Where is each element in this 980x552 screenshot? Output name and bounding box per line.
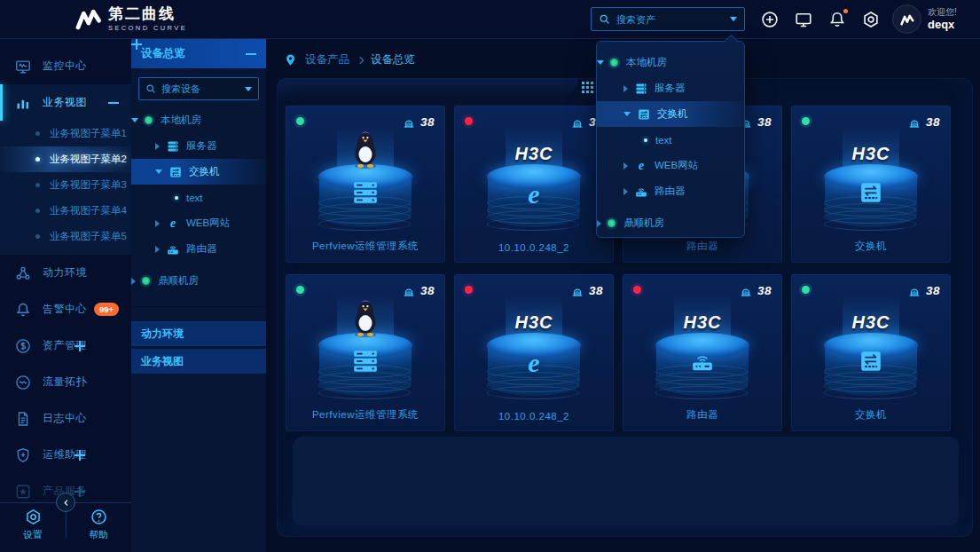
tree-item[interactable]: text [131,185,266,210]
tree-item[interactable]: 交换机 [597,101,744,127]
screen-button[interactable] [795,11,812,28]
topbar-actions [761,11,880,28]
sidebar-subitem[interactable]: 业务视图子菜单5 [0,224,131,249]
device-card[interactable]: 38 H3C e 10.10.0.248_2 [454,106,614,263]
device-illustration [286,296,445,402]
chevron-down-icon[interactable] [245,87,252,91]
tree-item[interactable]: 路由器 [597,178,744,204]
tree-marker-icon [608,219,615,227]
h3c-logo: H3C [623,312,782,333]
bell-icon [828,11,846,28]
tree-item-label: 本地机房 [161,114,201,127]
sidebar-item[interactable]: 运维助理 [0,437,131,473]
caret-icon[interactable] [131,118,138,122]
sidebar-item[interactable]: 告警中心 99+ [0,291,131,327]
plus-icon[interactable] [246,356,256,367]
settings-button[interactable] [862,11,880,28]
caret-icon[interactable] [623,112,631,116]
user-greeting: 欢迎您! deqx [928,6,957,33]
alert-count-badge: 99+ [94,303,119,315]
sidebar-item[interactable]: 动力环境 [0,255,131,291]
caret-icon[interactable] [155,170,162,174]
sidebar-subitem[interactable]: 业务视图子菜单4 [0,198,131,224]
device-illustration: H3C e [454,127,614,233]
server-stack-icon [286,350,445,373]
caret-icon[interactable] [623,85,628,92]
sidebar-subitem[interactable]: 业务视图子菜单2 [0,146,131,172]
tree-item[interactable]: 路由器 [131,236,266,262]
device-card[interactable]: 38 H3C 交换机 [791,106,951,263]
sidebar-subitem-label: 业务视图子菜单1 [50,127,127,140]
tree-marker-icon [644,138,647,142]
device-card[interactable]: 38 H3C 交换机 [791,274,951,431]
device-panel-header[interactable]: 设备总览 [131,39,266,68]
tree-item[interactable]: text [597,127,744,153]
tree-item[interactable]: e WEB网站 [597,153,744,178]
caret-icon[interactable] [597,60,604,65]
bar-chart-icon [15,95,31,111]
tree-item[interactable]: 本地机房 [131,107,266,133]
tree-item[interactable]: 鼎顺机房 [131,268,266,294]
grid-handle-icon[interactable] [582,82,593,93]
sidebar-item[interactable]: 资产管理 [0,327,131,364]
tree-item[interactable]: 交换机 [131,159,266,185]
web-icon: e [166,217,180,231]
device-label: 10.10.0.248_2 [454,242,614,253]
sidebar-item[interactable]: 流量拓扑 [0,364,131,400]
sidebar-footer-button[interactable]: 帮助 [66,501,131,548]
tree-item[interactable]: 服务器 [131,133,266,159]
tree-item[interactable]: 鼎顺机房 [597,210,744,236]
sidebar-footer-button[interactable]: 设置 [0,501,66,548]
brand-title: 第二曲线 [108,6,187,21]
notifications-button[interactable] [828,11,846,28]
plus-icon[interactable] [246,328,256,339]
caret-icon[interactable] [155,246,160,253]
gear-hex-icon [25,509,42,525]
asset-search-input[interactable] [616,14,724,25]
tree-item[interactable]: e WEB网站 [131,210,266,236]
collapse-panel-icon[interactable] [246,53,256,55]
expand-toggle-icon[interactable] [74,486,85,497]
breadcrumb: 设备产品 设备总览 [284,52,415,67]
expand-toggle-icon[interactable] [74,341,85,351]
accordion-header[interactable]: 业务视图 [131,349,266,374]
sidebar-item[interactable]: 监控中心 [0,48,131,84]
add-button[interactable] [761,11,779,28]
user-avatar[interactable] [892,4,921,34]
expand-toggle-icon[interactable] [108,102,119,104]
caret-icon[interactable] [131,278,136,285]
sidebar-subitem-label: 业务视图子菜单5 [50,230,127,243]
tree-item[interactable]: 服务器 [597,75,744,101]
caret-icon[interactable] [623,188,628,195]
sidebar-item-label: 动力环境 [43,265,87,280]
accordion-header[interactable]: 动力环境 [131,321,266,346]
caret-icon[interactable] [155,143,160,150]
tree-item[interactable]: 本地机房 [597,50,744,75]
sidebar-item-label: 流量拓扑 [43,375,87,390]
sidebar-item[interactable]: 业务视图 [0,84,131,121]
caret-icon[interactable] [155,220,160,227]
collapse-sidebar-button[interactable] [56,493,75,512]
asset-search-dropdown: 本地机房 服务器 交换机 text e WEB网站 路由器 鼎顺机房 [596,41,745,238]
device-search-box[interactable] [138,77,259,100]
sidebar-subitem[interactable]: 业务视图子菜单3 [0,172,131,198]
device-card[interactable]: 38 Perfv [286,106,445,263]
breadcrumb-parent[interactable]: 设备产品 [305,52,349,67]
device-search-input[interactable] [161,83,239,94]
sidebar-item-group: 业务视图 业务视图子菜单1 业务视图子菜单2 业务视图子菜单3 业务视图子菜单4… [0,84,131,255]
search-icon [599,13,610,25]
card-header: 38 [454,274,614,297]
expand-toggle-icon[interactable] [74,450,85,461]
device-card[interactable]: 38 H3C e 10.10.0.248_2 [454,274,614,431]
device-card[interactable]: 38 Perfv [286,274,445,431]
panel-accordions: 动力环境 业务视图 [131,306,266,374]
caret-icon[interactable] [597,220,601,227]
footer-label: 帮助 [90,529,108,541]
asset-search-box[interactable] [591,7,745,31]
chevron-down-icon[interactable] [730,17,737,21]
device-card[interactable]: 38 H3C 路由器 [623,274,782,431]
sidebar-subitem[interactable]: 业务视图子菜单1 [0,121,131,146]
status-dot [802,286,810,294]
sidebar-item[interactable]: 日志中心 [0,400,131,437]
caret-icon[interactable] [623,162,628,170]
